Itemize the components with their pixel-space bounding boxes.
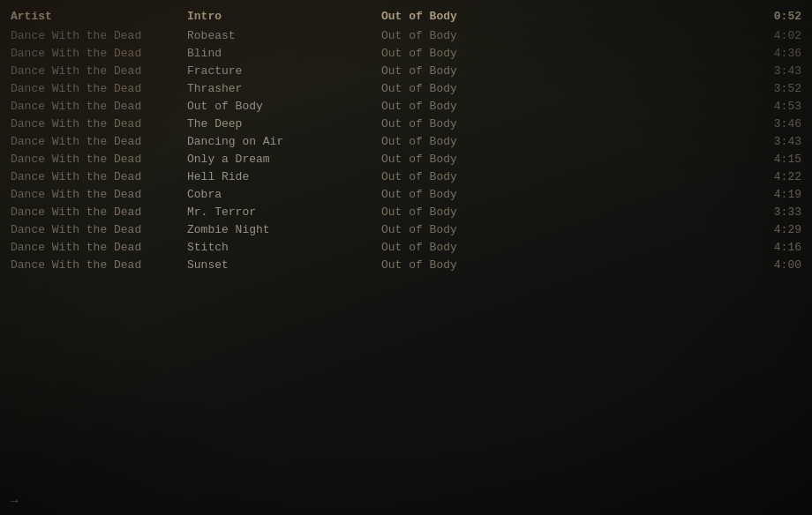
track-row[interactable]: Dance With the DeadSunsetOut of Body4:00 bbox=[0, 256, 812, 273]
track-row[interactable]: Dance With the DeadThrasherOut of Body3:… bbox=[0, 79, 812, 97]
track-album: Out of Body bbox=[381, 100, 748, 113]
track-row[interactable]: Dance With the DeadBlindOut of Body4:36 bbox=[0, 44, 812, 62]
track-row[interactable]: Dance With the DeadOut of BodyOut of Bod… bbox=[0, 97, 812, 115]
track-artist: Dance With the Dead bbox=[11, 205, 187, 219]
track-artist: Dance With the Dead bbox=[11, 117, 187, 131]
track-title: Thrasher bbox=[187, 82, 381, 95]
track-artist: Dance With the Dead bbox=[11, 170, 187, 183]
track-artist: Dance With the Dead bbox=[11, 258, 187, 272]
track-title: Dancing on Air bbox=[187, 135, 381, 148]
track-row[interactable]: Dance With the DeadCobraOut of Body4:19 bbox=[0, 185, 812, 203]
track-duration: 3:43 bbox=[748, 64, 801, 78]
track-row[interactable]: Dance With the DeadDancing on AirOut of … bbox=[0, 132, 812, 150]
track-duration: 4:02 bbox=[748, 29, 801, 42]
track-duration: 4:16 bbox=[748, 241, 801, 254]
track-artist: Dance With the Dead bbox=[11, 82, 187, 95]
track-artist: Dance With the Dead bbox=[11, 135, 187, 148]
bottom-arrow-icon: → bbox=[11, 494, 18, 508]
header-album: Out of Body bbox=[381, 10, 748, 23]
track-duration: 4:36 bbox=[748, 47, 801, 60]
track-duration: 4:00 bbox=[748, 258, 801, 272]
track-duration: 4:19 bbox=[748, 188, 801, 201]
track-row[interactable]: Dance With the DeadHell RideOut of Body4… bbox=[0, 168, 812, 185]
track-album: Out of Body bbox=[381, 29, 748, 42]
track-album: Out of Body bbox=[381, 188, 748, 201]
track-title: Robeast bbox=[187, 29, 381, 42]
track-row[interactable]: Dance With the DeadRobeastOut of Body4:0… bbox=[0, 26, 812, 44]
track-artist: Dance With the Dead bbox=[11, 29, 187, 42]
track-artist: Dance With the Dead bbox=[11, 223, 187, 236]
track-artist: Dance With the Dead bbox=[11, 64, 187, 78]
track-album: Out of Body bbox=[381, 47, 748, 60]
header-duration: 0:52 bbox=[748, 10, 801, 23]
track-duration: 3:46 bbox=[748, 117, 801, 131]
track-row[interactable]: Dance With the DeadFractureOut of Body3:… bbox=[0, 62, 812, 79]
track-title: Only a Dream bbox=[187, 153, 381, 166]
track-duration: 4:53 bbox=[748, 100, 801, 113]
track-title: Mr. Terror bbox=[187, 205, 381, 219]
track-title: Stitch bbox=[187, 241, 381, 254]
track-title: Cobra bbox=[187, 188, 381, 201]
track-row[interactable]: Dance With the DeadThe DeepOut of Body3:… bbox=[0, 115, 812, 132]
track-list-header: Artist Intro Out of Body 0:52 bbox=[0, 7, 812, 25]
track-title: Blind bbox=[187, 47, 381, 60]
track-duration: 3:43 bbox=[748, 135, 801, 148]
track-title: Zombie Night bbox=[187, 223, 381, 236]
track-album: Out of Body bbox=[381, 117, 748, 131]
track-title: Out of Body bbox=[187, 100, 381, 113]
track-row[interactable]: Dance With the DeadOnly a DreamOut of Bo… bbox=[0, 150, 812, 168]
track-title: The Deep bbox=[187, 117, 381, 131]
track-album: Out of Body bbox=[381, 241, 748, 254]
track-duration: 4:22 bbox=[748, 170, 801, 183]
track-album: Out of Body bbox=[381, 170, 748, 183]
track-album: Out of Body bbox=[381, 135, 748, 148]
track-artist: Dance With the Dead bbox=[11, 241, 187, 254]
track-artist: Dance With the Dead bbox=[11, 100, 187, 113]
track-row[interactable]: Dance With the DeadZombie NightOut of Bo… bbox=[0, 220, 812, 238]
header-title: Intro bbox=[187, 10, 381, 23]
track-album: Out of Body bbox=[381, 205, 748, 219]
track-album: Out of Body bbox=[381, 258, 748, 272]
track-album: Out of Body bbox=[381, 82, 748, 95]
track-duration: 3:52 bbox=[748, 82, 801, 95]
track-title: Hell Ride bbox=[187, 170, 381, 183]
track-artist: Dance With the Dead bbox=[11, 188, 187, 201]
track-duration: 4:15 bbox=[748, 153, 801, 166]
track-title: Sunset bbox=[187, 258, 381, 272]
track-row[interactable]: Dance With the DeadStitchOut of Body4:16 bbox=[0, 238, 812, 256]
track-title: Fracture bbox=[187, 64, 381, 78]
track-duration: 3:33 bbox=[748, 205, 801, 219]
track-artist: Dance With the Dead bbox=[11, 153, 187, 166]
track-album: Out of Body bbox=[381, 153, 748, 166]
track-album: Out of Body bbox=[381, 64, 748, 78]
track-artist: Dance With the Dead bbox=[11, 47, 187, 60]
track-list: Artist Intro Out of Body 0:52 Dance With… bbox=[0, 0, 812, 280]
track-row[interactable]: Dance With the DeadMr. TerrorOut of Body… bbox=[0, 203, 812, 220]
track-duration: 4:29 bbox=[748, 223, 801, 236]
header-artist: Artist bbox=[11, 10, 187, 23]
track-album: Out of Body bbox=[381, 223, 748, 236]
